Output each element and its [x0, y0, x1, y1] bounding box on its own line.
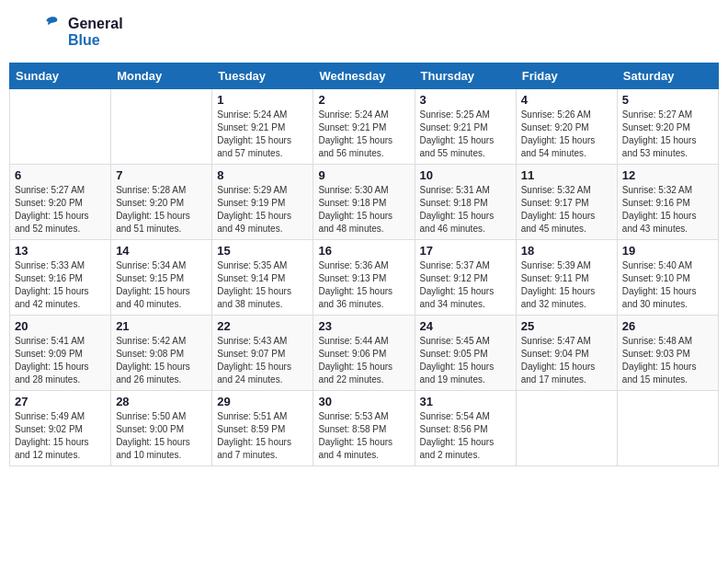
day-cell: 6Sunrise: 5:27 AMSunset: 9:20 PMDaylight…: [10, 165, 111, 240]
weekday-header-wednesday: Wednesday: [313, 63, 415, 89]
day-daylight: Daylight: 15 hours and 28 minutes.: [15, 361, 106, 386]
day-sunrise: Sunrise: 5:54 AM: [420, 410, 511, 423]
weekday-header-thursday: Thursday: [415, 63, 516, 89]
day-cell: 28Sunrise: 5:50 AMSunset: 9:00 PMDayligh…: [111, 391, 212, 466]
day-daylight: Daylight: 15 hours and 24 minutes.: [217, 361, 308, 386]
day-cell: 4Sunrise: 5:26 AMSunset: 9:20 PMDaylight…: [516, 89, 617, 165]
day-sunrise: Sunrise: 5:51 AM: [217, 410, 308, 423]
day-sunrise: Sunrise: 5:24 AM: [318, 109, 409, 121]
day-daylight: Daylight: 15 hours and 26 minutes.: [116, 361, 207, 386]
header: GeneralBlue: [9, 9, 719, 55]
logo-general-text: General: [68, 16, 123, 32]
day-number: 30: [318, 395, 409, 408]
day-sunset: Sunset: 9:21 PM: [318, 121, 409, 134]
day-number: 12: [622, 168, 713, 182]
day-number: 5: [622, 93, 713, 107]
day-daylight: Daylight: 15 hours and 51 minutes.: [116, 210, 207, 236]
day-sunset: Sunset: 9:13 PM: [318, 272, 409, 285]
day-cell: 20Sunrise: 5:41 AMSunset: 9:09 PMDayligh…: [10, 316, 111, 391]
day-cell: [111, 89, 212, 165]
day-number: 13: [15, 244, 106, 258]
day-cell: [617, 391, 718, 466]
day-sunset: Sunset: 9:08 PM: [116, 348, 207, 361]
day-cell: 24Sunrise: 5:45 AMSunset: 9:05 PMDayligh…: [415, 316, 516, 391]
day-number: 24: [420, 319, 511, 333]
day-cell: [516, 391, 617, 466]
logo-blue-text: Blue: [68, 32, 123, 49]
day-daylight: Daylight: 15 hours and 56 minutes.: [318, 134, 409, 160]
day-sunset: Sunset: 9:18 PM: [420, 197, 511, 210]
day-sunrise: Sunrise: 5:42 AM: [116, 335, 207, 348]
day-cell: 18Sunrise: 5:39 AMSunset: 9:11 PMDayligh…: [516, 240, 617, 316]
day-number: 7: [116, 168, 207, 182]
day-sunrise: Sunrise: 5:37 AM: [420, 259, 511, 272]
day-number: 27: [15, 395, 106, 408]
day-cell: 9Sunrise: 5:30 AMSunset: 9:18 PMDaylight…: [313, 165, 415, 240]
day-number: 21: [116, 319, 207, 333]
day-cell: 29Sunrise: 5:51 AMSunset: 8:59 PMDayligh…: [212, 391, 313, 466]
day-sunrise: Sunrise: 5:31 AM: [420, 184, 511, 197]
day-daylight: Daylight: 15 hours and 46 minutes.: [420, 210, 511, 236]
day-sunset: Sunset: 9:21 PM: [420, 121, 511, 134]
day-daylight: Daylight: 15 hours and 48 minutes.: [318, 210, 409, 236]
day-daylight: Daylight: 15 hours and 57 minutes.: [217, 134, 308, 160]
week-row-1: 1Sunrise: 5:24 AMSunset: 9:21 PMDaylight…: [10, 89, 719, 165]
day-sunrise: Sunrise: 5:35 AM: [217, 259, 308, 272]
day-sunset: Sunset: 9:04 PM: [521, 348, 612, 361]
day-cell: [10, 89, 111, 165]
day-sunset: Sunset: 9:05 PM: [420, 348, 511, 361]
day-sunrise: Sunrise: 5:32 AM: [521, 184, 612, 197]
day-sunrise: Sunrise: 5:32 AM: [622, 184, 713, 197]
day-number: 2: [318, 93, 409, 107]
day-sunset: Sunset: 9:20 PM: [116, 197, 207, 210]
calendar-table: SundayMondayTuesdayWednesdayThursdayFrid…: [9, 63, 719, 466]
day-sunset: Sunset: 9:20 PM: [622, 121, 713, 134]
day-sunset: Sunset: 9:07 PM: [217, 348, 308, 361]
day-sunset: Sunset: 9:18 PM: [318, 197, 409, 210]
day-cell: 2Sunrise: 5:24 AMSunset: 9:21 PMDaylight…: [313, 89, 415, 165]
day-daylight: Daylight: 15 hours and 10 minutes.: [116, 436, 207, 462]
week-row-2: 6Sunrise: 5:27 AMSunset: 9:20 PMDaylight…: [10, 165, 719, 240]
day-sunrise: Sunrise: 5:44 AM: [318, 335, 409, 348]
day-sunset: Sunset: 9:10 PM: [622, 272, 713, 285]
day-daylight: Daylight: 15 hours and 22 minutes.: [318, 361, 409, 386]
day-sunrise: Sunrise: 5:40 AM: [622, 259, 713, 272]
day-sunrise: Sunrise: 5:33 AM: [15, 259, 106, 272]
day-cell: 11Sunrise: 5:32 AMSunset: 9:17 PMDayligh…: [516, 165, 617, 240]
day-daylight: Daylight: 15 hours and 40 minutes.: [116, 285, 207, 311]
day-sunset: Sunset: 9:15 PM: [116, 272, 207, 285]
day-sunrise: Sunrise: 5:24 AM: [217, 109, 308, 121]
day-number: 25: [521, 319, 612, 333]
day-daylight: Daylight: 15 hours and 4 minutes.: [318, 436, 409, 462]
day-sunset: Sunset: 9:16 PM: [15, 272, 106, 285]
day-cell: 3Sunrise: 5:25 AMSunset: 9:21 PMDaylight…: [415, 89, 516, 165]
day-cell: 19Sunrise: 5:40 AMSunset: 9:10 PMDayligh…: [617, 240, 718, 316]
day-sunrise: Sunrise: 5:48 AM: [622, 335, 713, 348]
day-sunrise: Sunrise: 5:45 AM: [420, 335, 511, 348]
day-number: 4: [521, 93, 612, 107]
day-sunset: Sunset: 9:11 PM: [521, 272, 612, 285]
day-sunrise: Sunrise: 5:36 AM: [318, 259, 409, 272]
day-sunrise: Sunrise: 5:29 AM: [217, 184, 308, 197]
day-cell: 13Sunrise: 5:33 AMSunset: 9:16 PMDayligh…: [10, 240, 111, 316]
day-number: 10: [420, 168, 511, 182]
day-sunset: Sunset: 8:59 PM: [217, 423, 308, 436]
day-sunrise: Sunrise: 5:47 AM: [521, 335, 612, 348]
week-row-5: 27Sunrise: 5:49 AMSunset: 9:02 PMDayligh…: [10, 391, 719, 466]
weekday-header-sunday: Sunday: [10, 63, 111, 89]
day-cell: 25Sunrise: 5:47 AMSunset: 9:04 PMDayligh…: [516, 316, 617, 391]
day-daylight: Daylight: 15 hours and 45 minutes.: [521, 210, 612, 236]
week-row-4: 20Sunrise: 5:41 AMSunset: 9:09 PMDayligh…: [10, 316, 719, 391]
day-sunset: Sunset: 9:20 PM: [15, 197, 106, 210]
day-cell: 5Sunrise: 5:27 AMSunset: 9:20 PMDaylight…: [617, 89, 718, 165]
day-daylight: Daylight: 15 hours and 42 minutes.: [15, 285, 106, 311]
day-number: 26: [622, 319, 713, 333]
day-number: 11: [521, 168, 612, 182]
day-sunrise: Sunrise: 5:34 AM: [116, 259, 207, 272]
weekday-header-row: SundayMondayTuesdayWednesdayThursdayFrid…: [10, 63, 719, 89]
day-number: 15: [217, 244, 308, 258]
day-number: 31: [420, 395, 511, 408]
day-daylight: Daylight: 15 hours and 12 minutes.: [15, 436, 106, 462]
weekday-header-tuesday: Tuesday: [212, 63, 313, 89]
day-sunset: Sunset: 8:58 PM: [318, 423, 409, 436]
